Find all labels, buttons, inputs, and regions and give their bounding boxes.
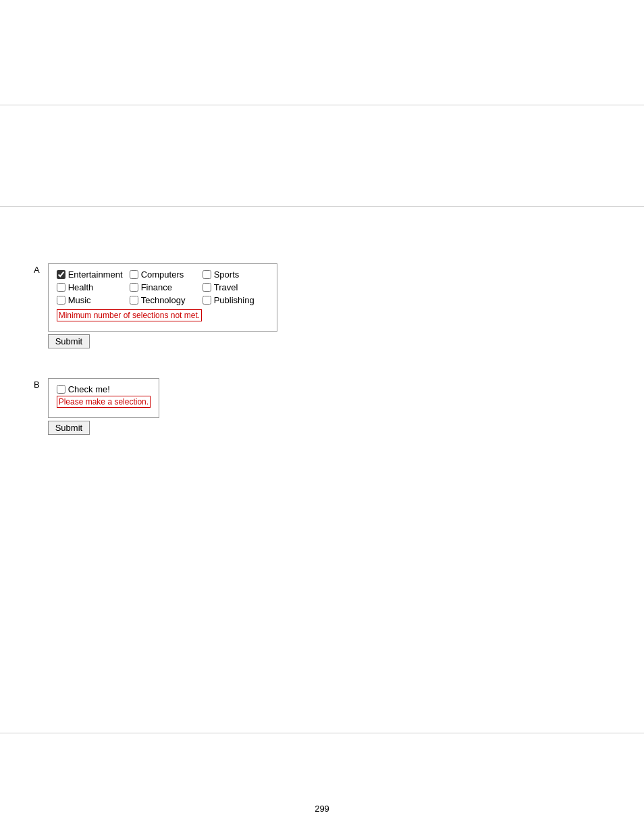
checkbox-entertainment[interactable] — [57, 270, 65, 279]
hr-top — [0, 105, 644, 105]
section-a: A Entertainment Computers Sports — [34, 263, 277, 348]
checkbox-travel[interactable] — [203, 283, 211, 292]
checkbox-item-computers[interactable]: Computers — [130, 269, 196, 280]
label-entertainment[interactable]: Entertainment — [68, 269, 123, 280]
label-technology[interactable]: Technology — [141, 295, 186, 305]
submit-button-a[interactable]: Submit — [48, 334, 90, 348]
label-computers[interactable]: Computers — [141, 269, 184, 280]
hr-bottom — [0, 733, 644, 733]
checkbox-publishing[interactable] — [203, 296, 211, 305]
checkbox-item-music[interactable]: Music — [57, 295, 123, 305]
checkbox-item-sports[interactable]: Sports — [203, 269, 269, 280]
checkbox-computers[interactable] — [130, 270, 138, 279]
label-publishing[interactable]: Publishing — [214, 295, 254, 305]
submit-button-b[interactable]: Submit — [48, 421, 90, 435]
label-health[interactable]: Health — [68, 282, 94, 292]
label-music[interactable]: Music — [68, 295, 91, 305]
error-message-a: Minimum number of selections not met. — [57, 309, 202, 321]
error-message-b: Please make a selection. — [57, 396, 151, 408]
section-b: B Check me! Please make a selection. Sub… — [34, 378, 159, 435]
label-finance[interactable]: Finance — [141, 282, 172, 292]
checkbox-music[interactable] — [57, 296, 65, 305]
checkbox-item-finance[interactable]: Finance — [130, 282, 196, 292]
checkbox-item-technology[interactable]: Technology — [130, 295, 196, 305]
checkbox-item-publishing[interactable]: Publishing — [203, 295, 269, 305]
label-travel[interactable]: Travel — [214, 282, 238, 292]
checkbox-technology[interactable] — [130, 296, 138, 305]
label-checkme[interactable]: Check me! — [68, 384, 110, 394]
section-a-label: A — [34, 265, 40, 275]
checkbox-finance[interactable] — [130, 283, 138, 292]
error-row-a: Minimum number of selections not met. — [57, 308, 269, 324]
checkbox-item-travel[interactable]: Travel — [203, 282, 269, 292]
checkbox-group-a: Entertainment Computers Sports Health — [48, 263, 277, 332]
page-number: 299 — [315, 804, 329, 814]
page-container: A Entertainment Computers Sports — [0, 0, 644, 834]
checkbox-item-entertainment[interactable]: Entertainment — [57, 269, 123, 280]
section-b-label: B — [34, 380, 40, 390]
checkbox-health[interactable] — [57, 283, 65, 292]
checkbox-item-health[interactable]: Health — [57, 282, 123, 292]
hr-middle — [0, 206, 644, 207]
checkbox-item-checkme[interactable]: Check me! — [57, 384, 151, 394]
checkbox-sports[interactable] — [203, 270, 211, 279]
label-sports[interactable]: Sports — [214, 269, 240, 280]
checkbox-group-b: Check me! Please make a selection. — [48, 378, 159, 418]
checkbox-checkme[interactable] — [57, 385, 65, 394]
error-row-b: Please make a selection. — [57, 394, 151, 411]
